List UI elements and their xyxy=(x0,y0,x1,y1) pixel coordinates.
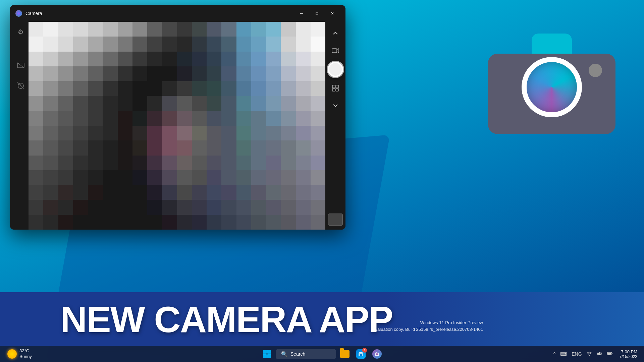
camera-viewfinder xyxy=(589,64,602,77)
close-button[interactable]: ✕ xyxy=(325,8,340,19)
search-button[interactable]: 🔍 Search xyxy=(276,349,336,359)
volume-icon[interactable] xyxy=(595,351,603,358)
clock-date: 7/15/2022 xyxy=(620,354,637,359)
taskbar-left: 32°C Sunny xyxy=(4,347,35,361)
windows-info-line1: Windows 11 Pro Insider Preview xyxy=(372,319,483,326)
file-explorer-button[interactable] xyxy=(337,347,352,361)
search-icon: 🔍 xyxy=(281,351,288,357)
search-label: Search xyxy=(290,351,305,357)
svg-rect-6 xyxy=(332,49,337,53)
camera-lens-inner xyxy=(527,62,577,112)
right-controls xyxy=(325,22,345,230)
clock-time: 7:00 PM xyxy=(620,349,637,354)
svg-marker-16 xyxy=(597,352,600,356)
start-button[interactable] xyxy=(260,347,274,361)
taskbar-center: 🔍 Search 1 xyxy=(260,347,384,361)
system-tray: ^ ⌨ ENG xyxy=(552,351,614,358)
svg-rect-9 xyxy=(332,88,335,91)
svg-line-2 xyxy=(17,63,24,68)
language-indicator[interactable]: ENG xyxy=(570,351,583,357)
camera-logo-decoration xyxy=(480,17,624,151)
weather-condition: Sunny xyxy=(19,354,32,360)
store-badge: 1 xyxy=(362,348,367,353)
camera-icon-graphic xyxy=(488,34,615,134)
video-mode-button[interactable] xyxy=(328,43,343,58)
svg-rect-12 xyxy=(360,354,362,356)
win-logo-q3 xyxy=(263,354,267,358)
weather-info: 32°C Sunny xyxy=(19,348,32,360)
chevron-down-button[interactable] xyxy=(328,98,343,113)
banner: NEW CAMERA APP xyxy=(0,292,644,346)
window-controls: ─ □ ✕ xyxy=(294,8,340,19)
svg-rect-10 xyxy=(336,88,338,91)
timer-off-icon[interactable] xyxy=(14,79,28,92)
minimize-button[interactable]: ─ xyxy=(294,8,309,19)
win-logo-q1 xyxy=(263,350,267,354)
title-bar: Camera ─ □ ✕ xyxy=(10,5,345,22)
camera-lens-outer xyxy=(522,57,582,117)
shutter-button[interactable] xyxy=(327,61,344,78)
wifi-icon[interactable] xyxy=(585,351,593,358)
svg-rect-18 xyxy=(607,353,611,355)
svg-point-0 xyxy=(17,11,21,15)
clock-area[interactable]: 7:00 PM 7/15/2022 xyxy=(617,349,640,360)
chevron-up-button[interactable] xyxy=(328,26,343,41)
svg-rect-7 xyxy=(332,85,335,88)
weather-sun-icon xyxy=(7,349,17,359)
window-body xyxy=(10,22,345,230)
weather-temp: 32°C xyxy=(19,348,32,354)
weather-widget[interactable]: 32°C Sunny xyxy=(4,347,35,361)
window-title: Camera xyxy=(25,11,294,16)
camera-body xyxy=(488,54,615,134)
no-image-icon[interactable] xyxy=(14,59,28,72)
windows-logo-icon xyxy=(263,350,271,358)
taskbar-right: ^ ⌨ ENG xyxy=(552,349,640,360)
windows-info-line2: Evaluation copy. Build 25158.rs_prerelea… xyxy=(372,326,483,333)
svg-point-14 xyxy=(376,353,378,355)
keyboard-icon[interactable]: ⌨ xyxy=(559,351,568,357)
battery-icon[interactable] xyxy=(605,351,614,357)
win-logo-q2 xyxy=(267,350,271,354)
svg-rect-19 xyxy=(612,353,612,354)
svg-rect-8 xyxy=(336,85,338,88)
camera-viewport xyxy=(29,22,325,230)
win-logo-q4 xyxy=(267,354,271,358)
taskbar: 32°C Sunny 🔍 Search xyxy=(0,346,644,362)
maximize-button[interactable]: □ xyxy=(309,8,325,19)
camera-window: Camera ─ □ ✕ ⚙ xyxy=(10,5,345,230)
settings-icon[interactable]: ⚙ xyxy=(14,25,28,39)
camera-taskbar-button[interactable] xyxy=(370,347,384,361)
svg-rect-15 xyxy=(376,352,377,353)
windows-build-info: Windows 11 Pro Insider Preview Evaluatio… xyxy=(372,319,483,333)
grid-button[interactable] xyxy=(328,81,343,96)
store-button[interactable]: 1 xyxy=(354,347,368,361)
show-hidden-icons-button[interactable]: ^ xyxy=(552,351,557,357)
shutter-inner xyxy=(329,63,342,76)
last-photo-thumbnail[interactable] xyxy=(328,214,343,226)
app-icon xyxy=(15,10,22,17)
banner-text: NEW CAMERA APP xyxy=(60,298,393,341)
folder-icon xyxy=(340,350,350,358)
